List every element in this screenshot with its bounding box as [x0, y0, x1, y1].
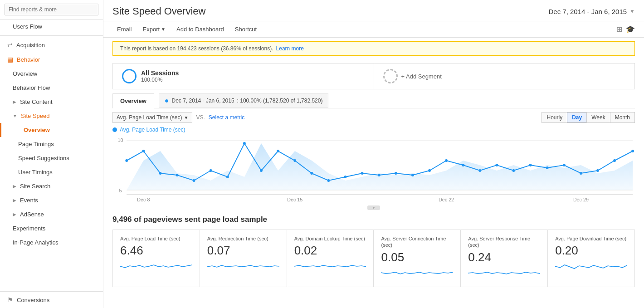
- arrow-icon: ▶: [13, 184, 16, 189]
- segment-all-sessions: All Sessions 100.00%: [113, 64, 374, 89]
- export-button[interactable]: Export ▼: [138, 24, 170, 34]
- chart-point: [529, 164, 532, 166]
- metric-value-3: 0.05: [381, 250, 453, 264]
- flag-icon: ⚑: [7, 296, 13, 303]
- pill-stats: : 100.00% (1,782,520 of 1,782,520): [237, 98, 323, 104]
- sidebar-divider: [0, 35, 103, 36]
- sidebar-item-speed-suggestions[interactable]: Speed Suggestions: [0, 151, 103, 165]
- chevron-down-icon: ▼: [629, 8, 635, 15]
- chart-point: [546, 166, 549, 169]
- sidebar-item-experiments[interactable]: Experiments: [0, 221, 103, 235]
- add-to-dashboard-button[interactable]: Add to Dashboard: [172, 24, 229, 34]
- metric-card-4: Avg. Server Response Time (sec) 0.24: [461, 230, 548, 287]
- export-label: Export: [143, 26, 160, 33]
- metric-label-5: Avg. Page Download Time (sec): [555, 235, 627, 242]
- chart-svg-wrapper: 10 5: [112, 136, 635, 208]
- sidebar-item-behavior[interactable]: ▤ Behavior: [0, 52, 103, 67]
- sidebar-item-label: Behavior: [17, 56, 40, 63]
- chart-point: [411, 174, 414, 176]
- segment-info: All Sessions 100.00%: [141, 69, 179, 83]
- sidebar-item-users-flow[interactable]: Users Flow: [0, 20, 103, 34]
- sidebar-item-label: Users Flow: [13, 23, 42, 30]
- segment-percent: 100.00%: [141, 77, 179, 83]
- add-segment-icon: [383, 69, 398, 83]
- svg-text:Dec 15: Dec 15: [287, 197, 302, 202]
- main-content: Site Speed Overview Dec 7, 2014 - Jan 6,…: [103, 0, 644, 308]
- metric-value-1: 0.07: [207, 244, 279, 258]
- arrow-icon: ▶: [13, 198, 16, 203]
- sidebar-item-label: Page Timings: [18, 141, 54, 147]
- metric-value-2: 0.02: [294, 244, 366, 258]
- sidebar-item-site-search[interactable]: ▶ Site Search: [0, 179, 103, 193]
- sidebar-item-label: Site Content: [20, 98, 53, 105]
- sidebar-item-label: Experiments: [13, 225, 45, 232]
- chart-point: [613, 159, 616, 162]
- arrow-icon: ▼: [13, 113, 17, 118]
- overview-tabs: Overview ● Dec 7, 2014 - Jan 6, 2015 : 1…: [112, 93, 635, 108]
- grid-view-icon[interactable]: ⊞: [616, 25, 622, 34]
- chart-point: [495, 164, 498, 166]
- behavior-icon: ▤: [7, 56, 13, 63]
- sidebar-item-label: Site Speed: [21, 112, 50, 119]
- sidebar-item-label: Behavior Flow: [13, 84, 50, 91]
- legend-label: Avg. Page Load Time (sec): [120, 127, 185, 133]
- legend-dot-icon: [112, 127, 117, 132]
- metric-label-1: Avg. Redirection Time (sec): [207, 235, 279, 242]
- sidebar-item-speed-overview[interactable]: Overview: [0, 123, 103, 137]
- sidebar-item-label: Events: [20, 197, 38, 204]
- sidebar-item-overview[interactable]: Overview: [0, 67, 103, 81]
- chart-point: [293, 159, 296, 162]
- svg-text:5: 5: [119, 188, 122, 193]
- sidebar-item-label: In-Page Analytics: [13, 239, 58, 246]
- date-range[interactable]: Dec 7, 2014 - Jan 6, 2015 ▼: [548, 8, 635, 15]
- sidebar-search-container: [0, 0, 103, 20]
- metrics-title: 9,496 of pageviews sent page load sample: [112, 215, 635, 224]
- alert-text: This report is based on 194,423 sessions…: [120, 45, 273, 52]
- tab-overview[interactable]: Overview: [112, 93, 154, 108]
- time-btn-hourly[interactable]: Hourly: [542, 112, 567, 123]
- chart-point: [596, 169, 599, 172]
- help-icon[interactable]: 🎓: [626, 25, 635, 34]
- chart-point: [125, 159, 128, 162]
- time-btn-month[interactable]: Month: [610, 112, 635, 123]
- alert-bar: This report is based on 194,423 sessions…: [112, 41, 635, 56]
- chart-point: [631, 150, 634, 152]
- metric-card-0: Avg. Page Load Time (sec) 6.46: [113, 230, 200, 287]
- metric-dropdown[interactable]: Avg. Page Load Time (sec) ▼: [112, 112, 192, 123]
- sidebar: Users Flow ⇄ Acquisition ▤ Behavior Over…: [0, 0, 103, 308]
- sidebar-item-site-speed[interactable]: ▼ Site Speed: [0, 109, 103, 123]
- shortcut-button[interactable]: Shortcut: [230, 24, 261, 34]
- search-input[interactable]: [5, 4, 98, 15]
- sidebar-item-events[interactable]: ▶ Events: [0, 193, 103, 207]
- sidebar-item-acquisition[interactable]: ⇄ Acquisition: [0, 38, 103, 52]
- sidebar-item-site-content[interactable]: ▶ Site Content: [0, 95, 103, 109]
- svg-text:Dec 29: Dec 29: [573, 197, 589, 202]
- time-buttons: Hourly Day Week Month: [542, 112, 635, 123]
- sidebar-item-user-timings[interactable]: User Timings: [0, 165, 103, 179]
- chart-point: [193, 179, 195, 182]
- chart-point: [327, 179, 330, 182]
- date-range-text: Dec 7, 2014 - Jan 6, 2015: [548, 8, 627, 15]
- chart-point: [260, 169, 263, 172]
- chart-svg: 10 5: [112, 136, 635, 206]
- chart-point: [478, 169, 481, 172]
- metric-label-0: Avg. Page Load Time (sec): [120, 235, 192, 242]
- sidebar-item-label: AdSense: [20, 211, 44, 218]
- add-segment-button[interactable]: + Add Segment: [374, 64, 635, 89]
- segment-name: All Sessions: [141, 69, 179, 77]
- learn-more-link[interactable]: Learn more: [276, 45, 304, 52]
- email-button[interactable]: Email: [112, 24, 137, 34]
- sidebar-item-label: User Timings: [18, 169, 53, 176]
- metric-sparkline-3: [381, 266, 453, 280]
- sidebar-item-inpage-analytics[interactable]: In-Page Analytics: [0, 235, 103, 249]
- metric-sparkline-2: [294, 259, 366, 273]
- metric-value-4: 0.24: [468, 250, 540, 264]
- sidebar-item-adsense[interactable]: ▶ AdSense: [0, 207, 103, 221]
- time-btn-day[interactable]: Day: [567, 112, 587, 123]
- vs-label: VS.: [196, 114, 205, 121]
- sidebar-item-conversions[interactable]: ⚑ Conversions: [0, 292, 103, 308]
- sidebar-item-page-timings[interactable]: Page Timings: [0, 137, 103, 151]
- sidebar-item-behavior-flow[interactable]: Behavior Flow: [0, 81, 103, 95]
- time-btn-week[interactable]: Week: [586, 112, 610, 123]
- select-metric-link[interactable]: Select a metric: [209, 114, 244, 121]
